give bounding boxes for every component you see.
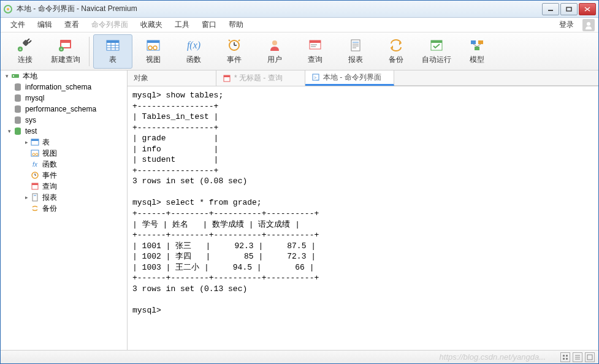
svg-line-45 bbox=[473, 44, 477, 47]
svg-rect-64 bbox=[32, 183, 38, 185]
svg-text:>_: >_ bbox=[314, 75, 319, 80]
caret-down-icon: ▾ bbox=[6, 128, 13, 134]
tree-db-test[interactable]: ▾ test bbox=[1, 126, 127, 137]
backup-icon bbox=[387, 37, 405, 53]
tree-connection-label: 本地 bbox=[23, 71, 37, 82]
toolbar-table[interactable]: 表 bbox=[93, 34, 132, 69]
tree-functions[interactable]: fx 函数 bbox=[1, 159, 127, 170]
status-grid-icon[interactable] bbox=[560, 352, 570, 362]
tab-objects-label: 对象 bbox=[134, 73, 148, 83]
svg-point-4 bbox=[587, 22, 590, 26]
tree-db-sys[interactable]: sys bbox=[1, 115, 127, 126]
svg-rect-2 bbox=[548, 10, 553, 11]
svg-rect-78 bbox=[587, 355, 592, 360]
model-icon bbox=[468, 37, 486, 53]
svg-text:f(x): f(x) bbox=[187, 40, 200, 51]
toolbar-table-label: 表 bbox=[109, 55, 116, 65]
tree-views[interactable]: 视图 bbox=[1, 148, 127, 159]
tree-backups[interactable]: 备份 bbox=[1, 203, 127, 214]
tree-db-mysql[interactable]: mysql bbox=[1, 93, 127, 104]
toolbar-report[interactable]: 报表 bbox=[336, 34, 375, 69]
menu-view[interactable]: 查看 bbox=[58, 18, 85, 32]
plug-icon: + bbox=[17, 37, 34, 53]
maximize-button[interactable] bbox=[560, 3, 578, 15]
tree-tables[interactable]: ▸ 表 bbox=[1, 137, 127, 148]
tree-functions-label: 函数 bbox=[42, 159, 57, 170]
minimize-button[interactable] bbox=[542, 3, 559, 15]
toolbar-autorun[interactable]: 自动运行 bbox=[417, 34, 456, 69]
svg-rect-43 bbox=[478, 40, 483, 44]
toolbar-backup[interactable]: 备份 bbox=[376, 34, 416, 69]
toolbar-query[interactable]: 查询 bbox=[296, 34, 335, 69]
menu-help[interactable]: 帮助 bbox=[223, 18, 250, 32]
close-button[interactable] bbox=[579, 3, 596, 15]
window-title: 本地 - 命令列界面 - Navicat Premium bbox=[17, 4, 542, 14]
toolbar-view-label: 视图 bbox=[146, 55, 161, 65]
query-icon bbox=[30, 181, 40, 191]
toolbar-event[interactable]: 事件 bbox=[215, 34, 254, 69]
toolbar-view[interactable]: 视图 bbox=[134, 34, 173, 69]
tree-backups-label: 备份 bbox=[42, 203, 57, 214]
table-icon bbox=[30, 137, 40, 147]
backup-icon bbox=[30, 203, 40, 213]
menu-file[interactable]: 文件 bbox=[4, 18, 31, 32]
status-list-icon[interactable] bbox=[573, 352, 582, 362]
tab-cli-label: 本地 - 命令列界面 bbox=[323, 72, 381, 83]
toolbar-report-label: 报表 bbox=[348, 55, 363, 65]
toolbar-backup-label: 备份 bbox=[389, 55, 403, 65]
svg-rect-20 bbox=[147, 40, 159, 43]
sidebar[interactable]: ▾ 本地 information_schema mysql performanc… bbox=[1, 70, 128, 350]
terminal-icon: >_ bbox=[311, 73, 320, 82]
function-icon: f(x) bbox=[185, 37, 202, 53]
tree-db-info-schema[interactable]: information_schema bbox=[1, 82, 127, 93]
toolbar-new-query-label: 新建查询 bbox=[51, 55, 80, 65]
svg-point-28 bbox=[272, 40, 277, 45]
toolbar-user[interactable]: 用户 bbox=[255, 34, 294, 69]
view-icon bbox=[145, 37, 162, 53]
svg-text:fx: fx bbox=[32, 161, 38, 168]
svg-rect-47 bbox=[12, 74, 19, 78]
tree-db-perf-schema[interactable]: performance_schema bbox=[1, 104, 127, 115]
toolbar-model[interactable]: 模型 bbox=[457, 34, 497, 69]
avatar-icon[interactable] bbox=[582, 19, 595, 31]
svg-rect-44 bbox=[475, 47, 479, 50]
menu-cli[interactable]: 命令列界面 bbox=[85, 18, 134, 32]
tree-queries[interactable]: 查询 bbox=[1, 181, 127, 192]
terminal-output[interactable]: mysql> show tables; +----------------+ |… bbox=[128, 86, 598, 350]
tree-connection[interactable]: ▾ 本地 bbox=[1, 70, 127, 82]
toolbar-model-label: 模型 bbox=[470, 55, 484, 65]
svg-rect-74 bbox=[566, 358, 568, 360]
tree-db-label: sys bbox=[25, 116, 36, 124]
tab-cli[interactable]: >_ 本地 - 命令列界面 bbox=[305, 70, 394, 86]
tabs: 对象 * 无标题 - 查询 >_ 本地 - 命令列界面 bbox=[128, 70, 598, 86]
toolbar-autorun-label: 自动运行 bbox=[422, 55, 451, 65]
svg-rect-41 bbox=[431, 40, 442, 43]
menu-window[interactable]: 窗口 bbox=[196, 18, 223, 32]
tab-objects[interactable]: 对象 bbox=[128, 70, 216, 86]
toolbar-connect[interactable]: + 连接 bbox=[6, 34, 45, 69]
menu-login[interactable]: 登录 bbox=[553, 18, 580, 32]
status-detail-icon[interactable] bbox=[585, 352, 595, 362]
menu-tools[interactable]: 工具 bbox=[169, 18, 196, 32]
toolbar-new-query[interactable]: + 新建查询 bbox=[46, 34, 85, 69]
titlebar: 本地 - 命令列界面 - Navicat Premium bbox=[1, 1, 598, 18]
toolbar-function[interactable]: f(x) 函数 bbox=[174, 34, 213, 69]
tree-events[interactable]: 事件 bbox=[1, 170, 127, 181]
tree-reports[interactable]: ▸ 报表 bbox=[1, 192, 127, 203]
menu-edit[interactable]: 编辑 bbox=[31, 18, 58, 32]
tree-reports-label: 报表 bbox=[42, 192, 57, 203]
tree-db-label: performance_schema bbox=[25, 105, 96, 113]
connection-icon bbox=[10, 71, 20, 81]
database-icon bbox=[13, 104, 23, 114]
svg-rect-42 bbox=[471, 40, 476, 44]
svg-rect-65 bbox=[32, 194, 37, 201]
toolbar-connect-label: 连接 bbox=[18, 55, 32, 65]
tab-untitled-query[interactable]: * 无标题 - 查询 bbox=[216, 70, 305, 86]
table-icon bbox=[104, 37, 121, 53]
database-active-icon bbox=[13, 126, 23, 136]
toolbar-user-label: 用户 bbox=[267, 55, 282, 65]
menu-favorites[interactable]: 收藏夹 bbox=[134, 18, 169, 32]
tree-views-label: 视图 bbox=[42, 148, 57, 159]
svg-rect-14 bbox=[107, 40, 119, 43]
svg-rect-73 bbox=[563, 358, 565, 360]
